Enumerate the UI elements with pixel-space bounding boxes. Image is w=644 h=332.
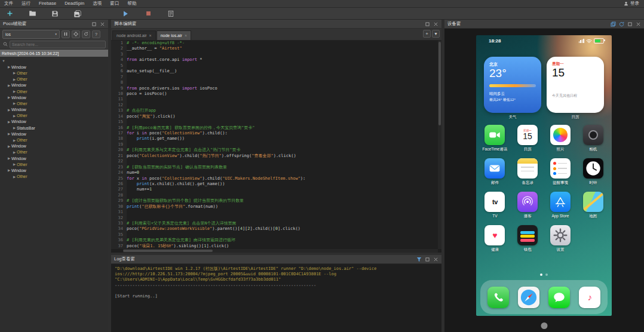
app-camera[interactable]: 相机 xyxy=(576,125,609,152)
app-maps[interactable]: 地图 xyxy=(576,192,609,219)
tree-node-other[interactable]: ▶Other xyxy=(0,76,108,82)
app-photos[interactable]: 照片 xyxy=(544,125,577,152)
pause-button[interactable] xyxy=(62,30,70,38)
expand-arrow[interactable]: ▶ xyxy=(12,139,17,142)
expand-arrow[interactable]: ▶ xyxy=(7,65,11,69)
close-icon[interactable] xyxy=(100,21,105,27)
menu-item-6[interactable]: 帮助 xyxy=(123,0,140,7)
code-editor[interactable]: 1# -*- encoding=utf8 -*-2__author__ = "A… xyxy=(111,41,441,253)
refresh-button[interactable] xyxy=(82,30,90,38)
home-button-overlay[interactable] xyxy=(541,322,548,329)
app-wallet[interactable]: 钱包 xyxy=(511,225,544,253)
save-as-script-button[interactable] xyxy=(73,9,82,19)
editor-horizontal-scrollbar[interactable] xyxy=(123,249,438,253)
menu-item-1[interactable]: 运行 xyxy=(17,0,35,7)
app-music[interactable]: ♪ xyxy=(579,287,600,308)
app-safari[interactable] xyxy=(518,287,539,308)
tree-node-other[interactable]: ▶Other xyxy=(0,100,108,106)
target-button[interactable] xyxy=(72,30,80,38)
float-icon[interactable] xyxy=(91,21,97,27)
expand-arrow[interactable]: ▶ xyxy=(7,120,11,124)
tree-node-other[interactable]: ▶Other xyxy=(0,161,108,167)
app-tv[interactable]: tvTV xyxy=(479,192,511,219)
expand-arrow[interactable]: ▶ xyxy=(7,156,11,160)
device-screen[interactable]: 18:28 北京 23° 晴间多云 最高24° xyxy=(476,35,612,316)
editor-tab-1[interactable]: node ios.air× xyxy=(157,30,191,40)
expand-arrow[interactable]: ▶ xyxy=(12,102,17,105)
app-messages[interactable] xyxy=(548,287,570,308)
expand-arrow[interactable]: ▶ xyxy=(12,90,17,93)
weather-widget[interactable]: 北京 23° 晴间多云 最高24° 最低12° xyxy=(484,57,541,113)
tree-node-window[interactable]: ▶Window xyxy=(0,64,108,70)
tree-node-window[interactable]: ▶Window xyxy=(0,167,108,173)
expand-arrow[interactable]: ▶ xyxy=(12,175,17,179)
editor-vertical-scrollbar[interactable] xyxy=(438,41,441,249)
app-podcasts[interactable]: 播客 xyxy=(511,192,544,219)
tab-close-icon[interactable]: × xyxy=(149,33,152,38)
tab-close-icon[interactable]: × xyxy=(185,33,187,38)
tree-node-window[interactable]: ▶Window xyxy=(0,107,108,113)
menu-item-2[interactable]: Firebase xyxy=(35,0,60,7)
search-input[interactable] xyxy=(10,41,106,48)
expand-arrow[interactable]: ▶ xyxy=(7,145,11,148)
app-notes[interactable]: 备忘录 xyxy=(511,158,544,186)
expand-arrow[interactable]: ▶ xyxy=(12,126,17,130)
app-appstore[interactable]: App Store xyxy=(544,192,577,219)
app-reminders[interactable]: 提醒事项 xyxy=(544,158,577,186)
close-icon[interactable] xyxy=(433,257,438,262)
poco-mode-select[interactable]: ios ▾ xyxy=(2,30,60,39)
new-script-button[interactable] xyxy=(5,9,14,19)
tree-node-other[interactable]: ▶Other xyxy=(0,174,108,180)
tree-node-other[interactable]: ▶Other xyxy=(0,113,108,119)
menu-item-0[interactable]: 文件 xyxy=(0,0,17,7)
editor-tab-0[interactable]: node android.air× xyxy=(112,30,156,40)
poco-refresh-item[interactable]: Refresh:[2024-04-15 10:34:22] xyxy=(0,50,108,57)
app-mail[interactable]: 邮件 xyxy=(479,158,511,186)
menu-item-5[interactable]: 窗口 xyxy=(106,0,123,7)
help-button[interactable]: ? xyxy=(92,30,100,38)
app-clock[interactable]: 时钟 xyxy=(576,158,609,186)
log-output[interactable]: "D:\download\AirtestIDE win 1.2.17 (社区版)… xyxy=(111,264,441,332)
scrollbar-thumb[interactable] xyxy=(438,42,441,125)
expand-arrow[interactable]: ▶ xyxy=(7,96,11,99)
new-tab-button[interactable]: + xyxy=(423,30,431,38)
menu-item-3[interactable]: DeadSpin xyxy=(60,0,88,7)
snapshot-icon[interactable] xyxy=(611,21,616,27)
tree-node-root[interactable]: ▼ xyxy=(0,58,108,64)
calendar-widget[interactable]: 星期一 15 今天无其他日程 xyxy=(547,57,604,113)
tree-node-window[interactable]: ▶Window xyxy=(0,155,108,161)
view-report-button[interactable] xyxy=(166,9,176,19)
app-calendar[interactable]: 星期一15日历 xyxy=(511,125,544,152)
expand-arrow[interactable]: ▶ xyxy=(12,162,17,166)
expand-arrow[interactable]: ▶ xyxy=(12,71,17,75)
float-icon[interactable] xyxy=(627,21,633,27)
app-phone[interactable] xyxy=(487,287,509,308)
tree-node-window[interactable]: ▶Window xyxy=(0,82,108,88)
tree-node-window[interactable]: ▶Window xyxy=(0,119,108,125)
expand-arrow[interactable]: ▶ xyxy=(7,108,11,112)
close-icon[interactable] xyxy=(433,21,438,27)
open-script-button[interactable] xyxy=(27,9,37,19)
tree-node-other[interactable]: ▶Other xyxy=(0,149,108,155)
tree-node-other[interactable]: ▶Other xyxy=(0,137,108,143)
app-health[interactable]: ♥健康 xyxy=(479,225,511,253)
tab-list-button[interactable]: ▾ xyxy=(432,30,440,38)
tree-node-window[interactable]: ▶Window xyxy=(0,131,108,137)
tree-node-statusbar[interactable]: ▶StatusBar xyxy=(0,125,108,131)
app-settings[interactable]: 设置 xyxy=(544,225,577,253)
funnel-icon[interactable] xyxy=(416,257,422,262)
menu-item-4[interactable]: 选项 xyxy=(88,0,106,7)
app-facetime[interactable]: FaceTime通话 xyxy=(479,125,511,152)
expand-arrow[interactable]: ▶ xyxy=(7,84,11,87)
tree-node-window[interactable]: ▶Window xyxy=(0,143,108,149)
login-button[interactable]: 登录 xyxy=(630,1,639,7)
tree-node-other[interactable]: ▶Other xyxy=(0,88,108,94)
expand-arrow[interactable]: ▶ xyxy=(7,132,11,136)
stop-script-button[interactable] xyxy=(143,9,153,19)
expand-arrow[interactable]: ▶ xyxy=(12,78,17,81)
close-icon[interactable] xyxy=(636,21,641,27)
tree-node-window[interactable]: ▶Window xyxy=(0,94,108,100)
float-icon[interactable] xyxy=(425,21,430,27)
float-icon[interactable] xyxy=(425,257,430,262)
expand-arrow[interactable]: ▶ xyxy=(7,168,11,172)
